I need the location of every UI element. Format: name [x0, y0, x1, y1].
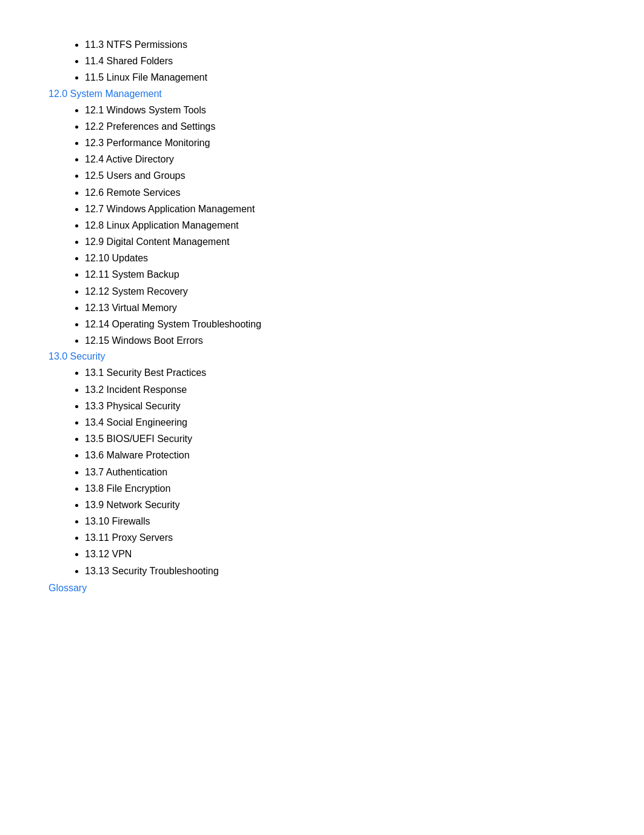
list-item: 12.12 System Recovery: [85, 283, 595, 300]
list-item: 12.10 Updates: [85, 250, 595, 266]
list-item: 13.5 BIOS/UEFI Security: [85, 431, 595, 447]
list-item: 13.9 Network Security: [85, 497, 595, 513]
list-item: 13.1 Security Best Practices: [85, 364, 595, 381]
list-item: 12.11 System Backup: [85, 266, 595, 283]
list-item: 12.7 Windows Application Management: [85, 201, 595, 217]
list-item: 12.8 Linux Application Management: [85, 217, 595, 233]
list-item: 13.7 Authentication: [85, 464, 595, 480]
section13-list: 13.1 Security Best Practices 13.2 Incide…: [49, 364, 595, 578]
section12-header[interactable]: 12.0 System Management: [49, 89, 595, 99]
list-item: 13.2 Incident Response: [85, 381, 595, 398]
list-item: 12.3 Performance Monitoring: [85, 135, 595, 151]
list-item: 12.9 Digital Content Management: [85, 233, 595, 250]
list-item: 11.5 Linux File Management: [85, 69, 595, 86]
glossary-link[interactable]: Glossary: [49, 583, 595, 594]
list-item: 13.4 Social Engineering: [85, 414, 595, 431]
list-item: 12.2 Preferences and Settings: [85, 118, 595, 135]
list-item: 13.6 Malware Protection: [85, 447, 595, 463]
list-item: 13.3 Physical Security: [85, 398, 595, 414]
list-item: 13.8 File Encryption: [85, 480, 595, 497]
list-item: 12.13 Virtual Memory: [85, 300, 595, 316]
list-item: 13.12 VPN: [85, 546, 595, 562]
section12-list: 12.1 Windows System Tools 12.2 Preferenc…: [49, 102, 595, 349]
list-item: 12.6 Remote Services: [85, 184, 595, 201]
list-item: 12.5 Users and Groups: [85, 167, 595, 184]
list-item: 12.15 Windows Boot Errors: [85, 332, 595, 349]
list-item: 11.4 Shared Folders: [85, 53, 595, 69]
list-item: 12.14 Operating System Troubleshooting: [85, 316, 595, 332]
list-item: 11.3 NTFS Permissions: [85, 36, 595, 53]
list-item: 13.13 Security Troubleshooting: [85, 563, 595, 579]
list-item: 12.4 Active Directory: [85, 151, 595, 167]
section13-header[interactable]: 13.0 Security: [49, 351, 595, 362]
list-item: 13.11 Proxy Servers: [85, 529, 595, 546]
list-item: 12.1 Windows System Tools: [85, 102, 595, 118]
section11-list: 11.3 NTFS Permissions 11.4 Shared Folder…: [49, 36, 595, 86]
list-item: 13.10 Firewalls: [85, 513, 595, 529]
